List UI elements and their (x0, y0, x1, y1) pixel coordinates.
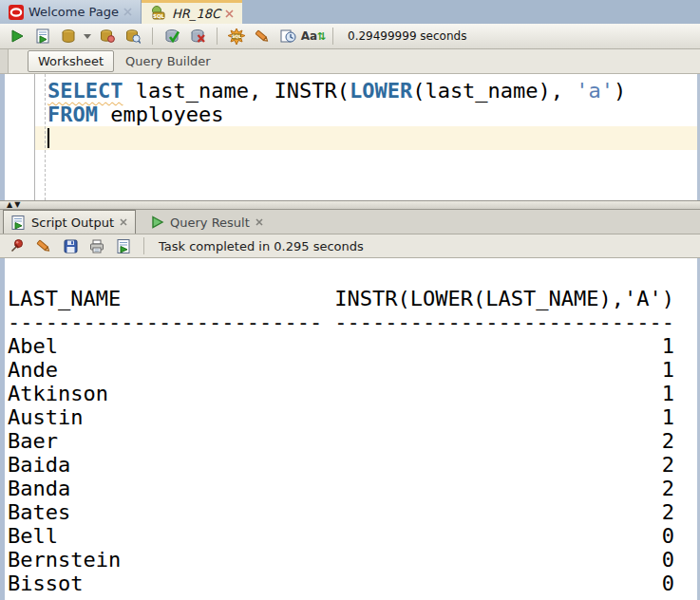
tab-label: Query Result (170, 216, 250, 230)
close-icon[interactable] (255, 218, 263, 226)
svg-text:SQL: SQL (232, 34, 241, 39)
elapsed-time: 0.29499999 seconds (348, 29, 466, 43)
run-statement-icon[interactable] (7, 27, 28, 46)
worksheet-toolbar: SQL Aa⇅ 0.29499999 seconds (0, 24, 700, 49)
run-script-icon[interactable] (32, 27, 53, 46)
commit-icon[interactable] (161, 27, 182, 46)
save-icon[interactable] (60, 236, 81, 255)
collapse-up-icon[interactable]: ▲ (7, 201, 12, 209)
sql-editor-panel: SELECT last_name, INSTR(LOWER(last_name)… (0, 74, 700, 200)
unshared-worksheet-icon[interactable]: SQL (226, 27, 247, 46)
sql-tuning-icon[interactable] (123, 27, 143, 46)
autotrace-icon[interactable] (58, 27, 79, 46)
rollback-icon[interactable] (187, 27, 208, 46)
editor-gutter (5, 74, 35, 200)
output-tab-bar: Script Output Query Result (0, 210, 700, 234)
sql-history-icon[interactable] (277, 27, 298, 46)
panel-grip (0, 49, 9, 73)
toolbar-separator (217, 28, 218, 45)
document-tab-bar: Welcome Page SQL HR_18C (0, 0, 700, 24)
case-arrows-icon: ⇅ (317, 30, 326, 43)
script-output-panel: LAST_NAME INSTR(LOWER(LAST_NAME),'A') --… (0, 258, 700, 600)
tab-script-output[interactable]: Script Output (3, 210, 136, 234)
toolbar-separator (152, 28, 153, 45)
script-output-toolbar: Task completed in 0.295 seconds (0, 234, 700, 258)
toolbar-separator (143, 237, 144, 254)
close-icon[interactable] (120, 218, 127, 226)
output-left-border (0, 258, 5, 600)
tab-welcome-page[interactable]: Welcome Page (0, 0, 142, 24)
print-icon[interactable] (86, 236, 107, 255)
tab-query-result[interactable]: Query Result (143, 211, 271, 234)
query-result-icon (151, 216, 164, 229)
sql-worksheet-icon: SQL (150, 6, 167, 21)
sql-editor[interactable]: SELECT last_name, INSTR(LOWER(last_name)… (43, 79, 626, 150)
tab-worksheet[interactable]: Worksheet (28, 50, 114, 72)
collapse-down-icon[interactable]: ▼ (14, 201, 20, 209)
svg-text:SQL: SQL (153, 13, 165, 19)
panel-splitter[interactable]: ▲ ▼ (0, 200, 700, 210)
tab-label: Welcome Page (28, 5, 119, 19)
tab-hr-18c[interactable]: SQL HR_18C (142, 0, 242, 24)
change-case-icon[interactable]: Aa⇅ (303, 27, 324, 46)
view-tab-bar: Worksheet Query Builder (0, 49, 700, 74)
close-icon[interactable] (225, 9, 234, 18)
close-icon[interactable] (123, 8, 132, 16)
explain-plan-icon[interactable] (97, 27, 118, 46)
toolbar-separator (332, 28, 333, 45)
autotrace-dropdown-caret[interactable] (84, 27, 92, 46)
text-cursor (47, 128, 49, 148)
run-script-output-icon[interactable] (113, 236, 134, 255)
pin-icon[interactable] (7, 236, 28, 255)
script-output-text: LAST_NAME INSTR(LOWER(LAST_NAME),'A') --… (8, 287, 674, 595)
clear-output-icon[interactable] (33, 236, 54, 255)
tab-label: HR_18C (172, 7, 220, 21)
tab-label: Script Output (31, 216, 114, 230)
tab-query-builder[interactable]: Query Builder (125, 54, 211, 68)
oracle-logo-icon (9, 5, 24, 20)
script-output-icon (11, 216, 26, 230)
clear-icon[interactable] (252, 27, 273, 46)
task-status: Task completed in 0.295 seconds (159, 239, 364, 253)
